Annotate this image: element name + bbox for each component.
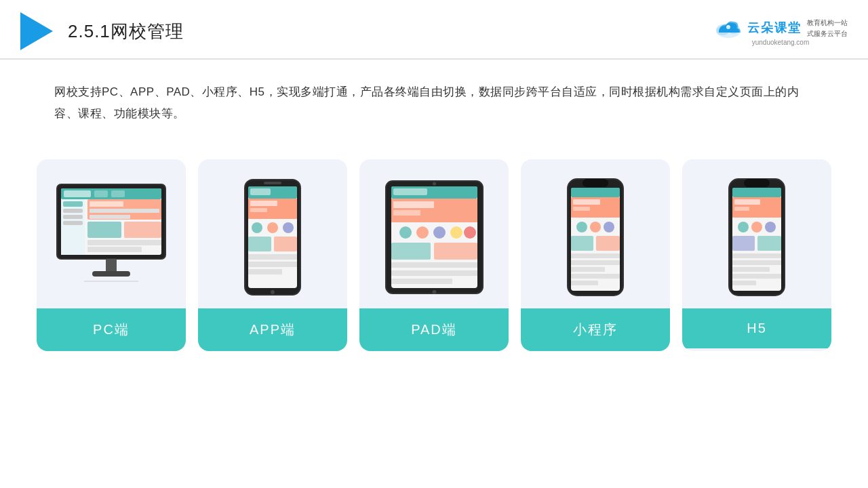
card-pad-label: PAD端 [359,308,509,351]
svg-rect-21 [87,240,161,245]
svg-rect-9 [111,190,125,197]
device-cards-section: PC端 [0,139,868,365]
card-miniprogram-label: 小程序 [521,308,670,351]
svg-rect-82 [732,188,781,197]
card-h5-label: H5 [682,308,831,348]
card-pc-label: PC端 [37,308,186,351]
card-h5: H5 [682,159,831,351]
brand-url: yunduoketang.com [752,39,810,46]
svg-rect-22 [87,247,142,252]
pad-tablet-icon [382,177,487,298]
card-pc-image [37,159,186,308]
svg-rect-58 [391,270,477,276]
card-app-image [198,159,347,308]
svg-rect-48 [393,201,434,208]
svg-rect-89 [732,236,755,251]
svg-rect-32 [250,208,267,212]
page-header: 2.5.1网校管理 云朵课堂 教育机构一站 式服务云平台 yunduoketan… [0,0,868,60]
svg-rect-91 [732,253,781,258]
cloud-logo-container: 云朵课堂 教育机构一站 式服务云平台 [713,17,848,39]
svg-rect-59 [391,279,452,284]
card-miniprogram: 小程序 [521,159,670,351]
brand-tagline-2: 式服务云平台 [807,29,848,39]
svg-rect-67 [573,199,600,205]
svg-point-33 [252,222,262,233]
card-miniprogram-image [521,159,670,308]
svg-point-70 [590,222,601,232]
description-text: 网校支持PC、APP、PAD、小程序、H5，实现多端打通，产品各终端自由切换，数… [54,81,814,125]
brand-name: 云朵课堂 [747,20,802,36]
app-phone-icon [242,177,303,298]
svg-rect-11 [63,201,83,207]
svg-point-41 [271,290,275,294]
svg-rect-8 [94,190,108,197]
logo-triangle-icon [20,12,53,50]
svg-rect-19 [87,222,121,238]
svg-rect-75 [571,260,620,265]
cloud-icon [713,18,743,38]
card-pc: PC端 [37,159,186,351]
svg-rect-80 [744,179,770,187]
brand-logo: 云朵课堂 教育机构一站 式服务云平台 yunduoketang.com [713,17,848,46]
svg-rect-57 [391,262,477,268]
card-app-label: APP端 [198,308,347,351]
svg-point-86 [738,222,749,232]
svg-point-54 [464,226,476,239]
svg-rect-40 [248,269,282,274]
svg-rect-90 [757,236,781,251]
svg-rect-23 [106,259,117,272]
svg-rect-73 [596,236,620,251]
card-h5-image [682,159,831,308]
svg-rect-84 [734,199,760,205]
svg-point-53 [450,226,462,239]
title-main: 网校管理 [111,21,184,41]
svg-rect-95 [732,281,756,285]
svg-rect-18 [90,215,130,219]
card-pad: PAD端 [359,159,509,351]
svg-point-88 [765,222,776,232]
svg-rect-94 [732,274,781,279]
svg-point-52 [433,226,446,239]
svg-point-71 [604,222,614,232]
svg-rect-24 [92,271,130,277]
svg-rect-76 [571,267,605,272]
svg-point-69 [576,222,587,232]
svg-point-50 [399,226,412,239]
svg-rect-68 [573,207,590,211]
svg-rect-10 [61,199,85,255]
card-app: APP端 [198,159,347,351]
svg-rect-65 [571,188,620,197]
svg-rect-17 [90,209,159,213]
brand-tagline-1: 教育机构一站 [807,18,848,28]
h5-phone-icon [727,177,787,298]
svg-rect-42 [264,182,281,184]
title-prefix: 2.5.1 [68,21,111,41]
svg-rect-78 [571,281,598,285]
miniprogram-phone-icon [566,177,625,298]
svg-point-60 [432,290,436,294]
svg-rect-16 [90,201,123,207]
svg-rect-31 [250,201,277,206]
svg-rect-13 [63,215,83,219]
svg-rect-39 [248,262,297,267]
svg-rect-20 [124,222,161,238]
svg-rect-93 [732,267,770,272]
page-title: 2.5.1网校管理 [68,20,184,43]
svg-rect-92 [732,260,781,265]
card-pad-image [359,159,509,308]
svg-rect-63 [583,179,608,187]
svg-rect-7 [64,190,91,197]
svg-rect-72 [571,236,593,251]
description-section: 网校支持PC、APP、PAD、小程序、H5，实现多端打通，产品各终端自由切换，数… [0,60,868,132]
svg-rect-77 [571,274,620,279]
svg-rect-74 [571,253,620,258]
svg-rect-14 [63,221,83,225]
svg-rect-38 [248,254,297,260]
svg-rect-36 [248,237,271,251]
pc-monitor-icon [50,181,172,293]
svg-rect-46 [393,188,427,195]
header-left: 2.5.1网校管理 [20,12,184,50]
svg-point-35 [283,222,294,233]
svg-rect-37 [274,237,297,251]
svg-rect-55 [391,243,431,260]
